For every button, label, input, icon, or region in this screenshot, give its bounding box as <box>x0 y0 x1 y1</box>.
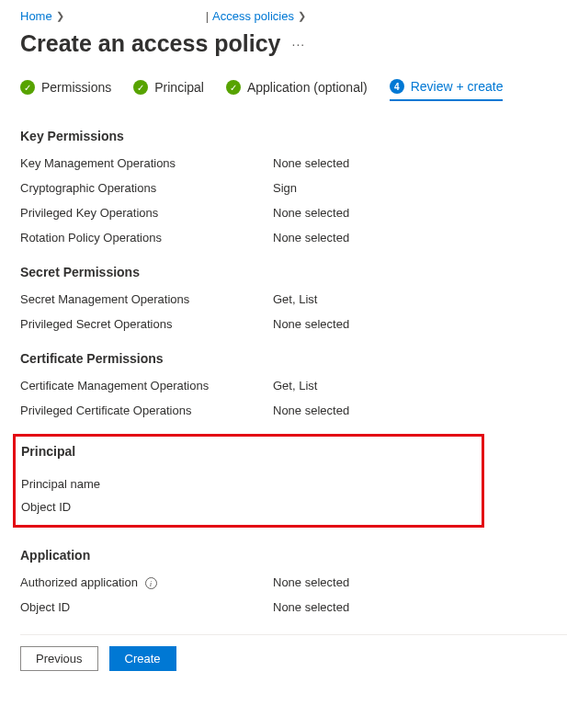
row-label: Privileged Key Operations <box>20 206 273 220</box>
row-value: None selected <box>273 206 349 220</box>
row-label: Certificate Management Operations <box>20 379 273 392</box>
create-button[interactable]: Create <box>109 646 176 671</box>
row-value: None selected <box>273 317 349 331</box>
row-value: Sign <box>273 181 297 195</box>
summary-row: Object ID <box>21 500 476 514</box>
step-number-icon: 4 <box>390 79 404 94</box>
breadcrumb: Home ❯ | Access policies ❯ <box>20 9 567 23</box>
row-label: Object ID <box>20 600 273 614</box>
row-label: Privileged Secret Operations <box>20 317 273 331</box>
row-value: None selected <box>273 404 349 417</box>
row-label: Object ID <box>21 500 274 514</box>
section-title-application: Application <box>20 548 567 563</box>
previous-button[interactable]: Previous <box>20 646 98 671</box>
summary-row: Principal name <box>21 477 476 491</box>
tab-label: Review + create <box>411 79 504 94</box>
row-value: None selected <box>273 231 349 245</box>
summary-row: Privileged Key Operations None selected <box>20 206 567 220</box>
section-title-principal: Principal <box>21 444 476 459</box>
summary-row: Cryptographic Operations Sign <box>20 181 567 195</box>
breadcrumb-home[interactable]: Home <box>20 9 52 23</box>
row-value: Get, List <box>273 379 317 392</box>
section-title-key-permissions: Key Permissions <box>20 129 567 143</box>
tab-label: Permissions <box>41 80 111 95</box>
summary-row: Rotation Policy Operations None selected <box>20 231 567 245</box>
row-label: Rotation Policy Operations <box>20 231 273 245</box>
check-icon: ✓ <box>20 80 35 95</box>
summary-row: Privileged Certificate Operations None s… <box>20 404 567 417</box>
row-label: Privileged Certificate Operations <box>20 404 273 417</box>
row-label: Cryptographic Operations <box>20 181 273 195</box>
row-label: Secret Management Operations <box>20 292 273 306</box>
row-value: None selected <box>273 575 349 589</box>
chevron-right-icon: ❯ <box>298 10 306 22</box>
summary-row: Object ID None selected <box>20 600 567 614</box>
row-value: None selected <box>273 156 349 170</box>
summary-row: Authorized application i None selected <box>20 575 567 589</box>
summary-row: Key Management Operations None selected <box>20 156 567 170</box>
summary-row: Certificate Management Operations Get, L… <box>20 379 567 392</box>
section-title-certificate-permissions: Certificate Permissions <box>20 351 567 366</box>
footer-actions: Previous Create <box>20 634 567 671</box>
more-icon[interactable]: ··· <box>292 40 306 49</box>
tab-principal[interactable]: ✓ Principal <box>133 79 204 101</box>
row-label: Authorized application i <box>20 575 273 589</box>
page-header: Create an access policy ··· <box>20 30 567 57</box>
chevron-right-icon: ❯ <box>56 10 64 22</box>
info-icon[interactable]: i <box>145 577 157 589</box>
tab-review-create[interactable]: 4 Review + create <box>390 79 504 101</box>
principal-highlight: Principal Principal name Object ID <box>13 434 484 528</box>
row-label: Principal name <box>21 477 274 491</box>
tab-label: Application (optional) <box>247 80 368 95</box>
check-icon: ✓ <box>133 80 148 95</box>
section-title-secret-permissions: Secret Permissions <box>20 265 567 279</box>
summary-row: Secret Management Operations Get, List <box>20 292 567 306</box>
breadcrumb-access-policies[interactable]: Access policies <box>212 9 294 23</box>
tab-label: Principal <box>154 80 204 95</box>
row-label: Key Management Operations <box>20 156 273 170</box>
check-icon: ✓ <box>226 80 241 95</box>
row-value: Get, List <box>273 292 317 306</box>
summary-row: Privileged Secret Operations None select… <box>20 317 567 331</box>
page-title: Create an access policy <box>20 30 281 57</box>
tab-application[interactable]: ✓ Application (optional) <box>226 79 368 101</box>
tab-permissions[interactable]: ✓ Permissions <box>20 79 111 101</box>
row-value: None selected <box>273 600 349 614</box>
row-label-text: Authorized application <box>20 575 138 589</box>
breadcrumb-separator: | <box>206 9 209 23</box>
wizard-tabs: ✓ Permissions ✓ Principal ✓ Application … <box>20 79 567 101</box>
